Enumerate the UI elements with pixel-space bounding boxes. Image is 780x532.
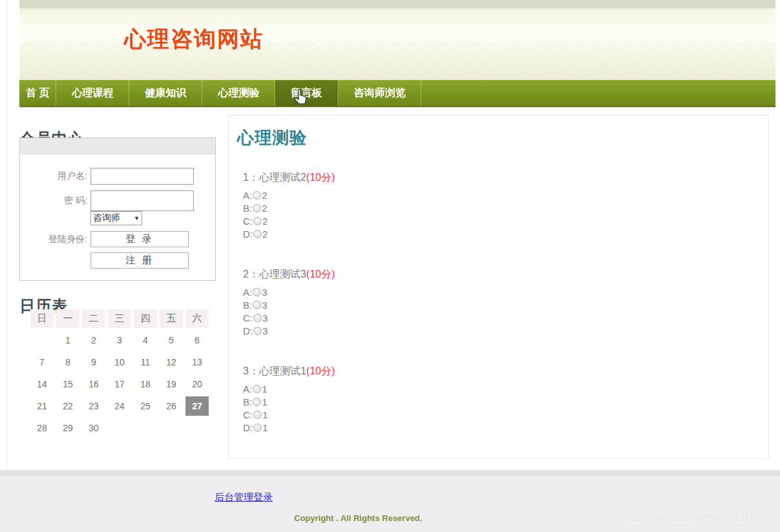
option-key: B: [243,203,252,214]
nav-item-health-knowledge[interactable]: 健康知识 [129,80,202,106]
calendar-week-row: 282930 [30,418,209,438]
calendar-weekday: 六 [185,309,209,328]
copyright-text: Copyright . All Rights Reserved. [294,513,422,523]
question-option: B:1 [243,396,768,409]
header-top-band [19,0,775,8]
calendar-day: 10 [108,353,131,372]
admin-login-link[interactable]: 后台管理登录 [215,491,273,504]
question-title: 1：心理测试2(10分) [243,171,768,185]
question-option: A:3 [243,286,768,299]
calendar-day: 27 [185,396,209,416]
question-label: 3：心理测试1 [243,365,306,376]
nav-item-psych-test[interactable]: 心理测验 [202,80,275,106]
calendar-week-row: 78910111213 [30,353,209,372]
calendar-day: 6 [185,331,209,350]
radio-button[interactable] [253,314,262,322]
question-option: D:3 [243,325,768,338]
question-option: B:2 [243,202,768,215]
calendar-day-empty [134,418,157,438]
calendar-day-empty [160,418,183,438]
question-option: C:3 [243,312,768,325]
option-value: 2 [262,229,268,240]
calendar-day: 2 [82,331,105,350]
question-option: A:2 [243,189,768,202]
calendar-body: 1234567891011121314151617181920212223242… [30,331,209,438]
login-panel: 用户名: 密 码: 咨询师 ▼ 登陆身份: 登 录 注 册 [19,138,216,281]
calendar-day: 13 [185,353,209,372]
identity-label: 登陆身份: [20,234,90,245]
calendar-day: 1 [56,331,79,350]
nav-item-home[interactable]: 首 页 [19,80,56,106]
radio-button[interactable] [253,288,261,296]
radio-button[interactable] [253,398,261,406]
calendar-day: 11 [134,353,157,372]
option-key: C: [243,216,253,227]
option-value: 2 [262,216,268,227]
calendar-weekday: 一 [56,309,79,328]
radio-button[interactable] [253,411,262,419]
radio-button[interactable] [253,217,262,225]
calendar-day: 12 [160,353,183,372]
calendar-week-row: 123456 [30,331,209,350]
question-option: A:1 [243,383,768,396]
register-button[interactable]: 注 册 [90,252,189,269]
calendar-day: 15 [56,374,79,394]
role-select[interactable]: 咨询师 ▼ [90,211,142,225]
calendar-day: 5 [160,331,183,350]
calendar-day: 7 [30,353,54,372]
calendar-day: 26 [160,396,183,416]
option-key: B: [243,300,252,311]
option-value: 3 [262,325,268,336]
question-option: D:1 [243,422,768,435]
calendar-day: 28 [30,418,54,438]
calendar-day: 16 [82,374,105,394]
option-key: D: [243,422,253,433]
calendar-week-row: 21222324252627 [30,396,209,416]
nav-item-courses[interactable]: 心理课程 [56,80,129,106]
option-value: 1 [262,396,267,407]
register-row: 注 册 [20,252,215,269]
radio-button[interactable] [253,301,261,309]
calendar-day-empty [30,331,54,350]
option-key: C: [243,312,253,323]
identity-row: 登陆身份: 登 录 [20,231,215,247]
question-score: (10分) [306,269,335,280]
calendar-day: 25 [134,396,157,416]
radio-button[interactable] [253,204,261,212]
hand-cursor-icon [292,88,309,107]
questions: 1：心理测试2(10分)A:2B:2C:2D:22：心理测试3(10分)A:3B… [243,171,768,435]
radio-button[interactable] [253,327,262,335]
option-key: D: [243,229,253,240]
question-option: C:2 [243,215,768,228]
calendar-day: 21 [30,396,54,416]
radio-button[interactable] [253,191,261,200]
calendar-day: 9 [82,353,105,372]
role-select-value: 咨询师 [93,212,120,224]
option-value: 3 [262,287,267,298]
footer: 后台管理登录 Copyright . All Rights Reserved. … [0,476,780,532]
question: 1：心理测试2(10分)A:2B:2C:2D:2 [243,171,768,241]
password-label: 密 码: [20,195,90,207]
radio-button[interactable] [253,424,262,432]
password-row: 密 码: [20,190,215,211]
option-value: 2 [262,190,267,201]
password-input[interactable] [90,190,194,211]
footer-divider [0,470,780,476]
question: 3：心理测试1(10分)A:1B:1C:1D:1 [243,365,768,435]
question-title: 3：心理测试1(10分) [243,365,768,378]
window-edge-line [6,0,7,470]
question-option: B:3 [243,299,768,312]
calendar-weekday: 二 [82,309,105,328]
calendar-day: 23 [82,396,105,416]
radio-button[interactable] [253,385,261,393]
radio-button[interactable] [253,230,262,238]
calendar-day: 3 [108,331,131,350]
calendar-day: 17 [108,374,131,394]
option-value: 1 [262,409,268,420]
username-input[interactable] [90,168,194,185]
nav-item-counselor-browse[interactable]: 咨询师浏览 [338,80,421,106]
calendar-day: 4 [134,331,157,350]
calendar-table: 日一二三四五六 12345678910111213141516171819202… [28,307,211,440]
question-score: (10分) [306,365,335,376]
login-button[interactable]: 登 录 [90,231,189,247]
